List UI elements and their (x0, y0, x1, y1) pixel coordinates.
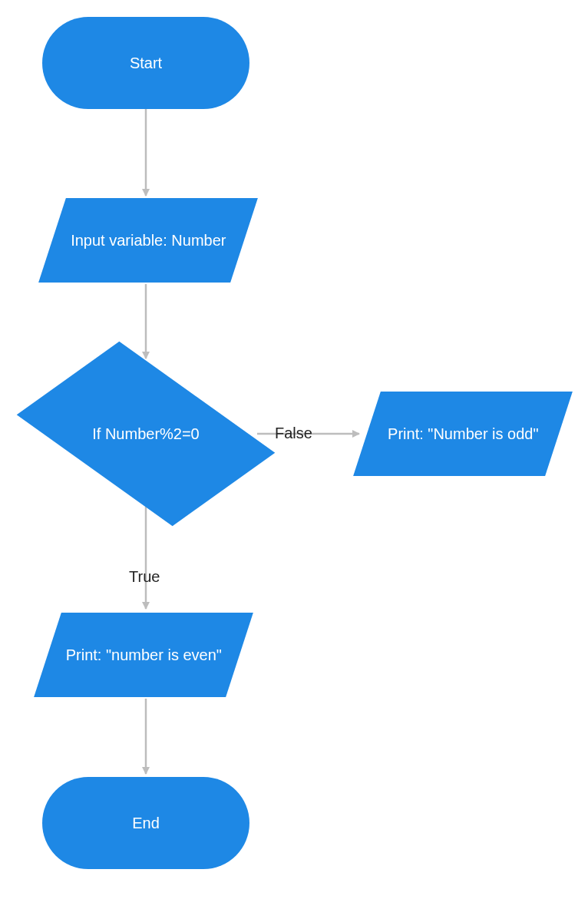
print-even-node: Print: "number is even" (34, 613, 253, 697)
input-node: Input variable: Number (38, 198, 258, 283)
flowchart-canvas: Start Input variable: Number If Number%2… (0, 0, 588, 909)
decision-label: If Number%2=0 (92, 425, 200, 444)
input-label: Input variable: Number (71, 232, 226, 249)
edge-label-false: False (275, 425, 312, 442)
print-odd-label: Print: "Number is odd" (388, 425, 539, 442)
end-label: End (132, 814, 160, 833)
decision-node: If Number%2=0 (35, 361, 257, 507)
print-odd-node: Print: "Number is odd" (353, 392, 573, 476)
print-even-label: Print: "number is even" (65, 646, 221, 663)
edge-label-true: True (129, 568, 160, 586)
start-node: Start (42, 17, 249, 109)
end-node: End (42, 777, 249, 869)
start-label: Start (130, 54, 162, 73)
